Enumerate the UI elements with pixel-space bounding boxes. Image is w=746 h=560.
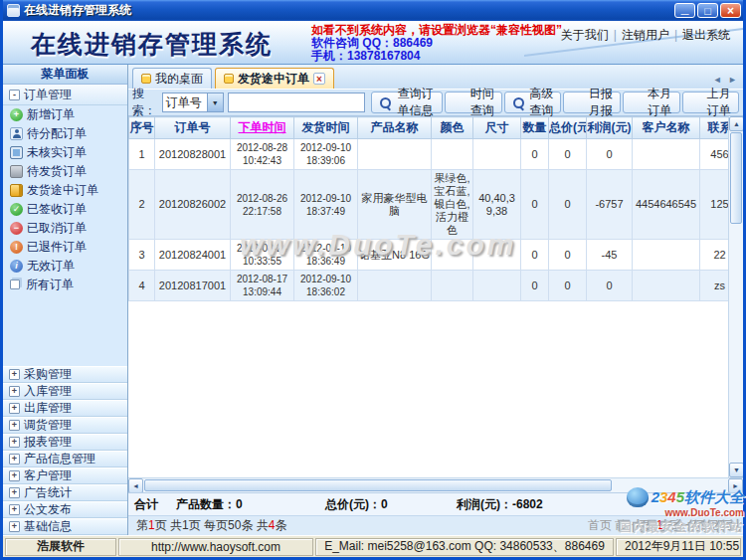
cell-order_time: 2012-08-2810:42:43 bbox=[231, 139, 294, 170]
top-link-2[interactable]: 退出系统 bbox=[682, 28, 730, 42]
vertical-scroll-track[interactable] bbox=[729, 131, 743, 463]
vertical-scrollbar[interactable]: ▲ ▼ bbox=[728, 116, 743, 477]
column-header-总价(元)[interactable]: 总价(元) bbox=[549, 117, 587, 139]
column-header-序号[interactable]: 序号 bbox=[129, 117, 155, 139]
horizontal-scroll-track[interactable] bbox=[143, 478, 728, 492]
pagination-right[interactable]: 首页 前一页 1 后一页 尾页 bbox=[586, 517, 731, 534]
page-title: 在线进销存管理系统 bbox=[31, 28, 273, 61]
scroll-left-icon[interactable]: ◄ bbox=[128, 478, 143, 493]
scroll-down-icon[interactable]: ▼ bbox=[729, 463, 743, 477]
column-header-尺寸[interactable]: 尺寸 bbox=[473, 117, 521, 139]
button-时间查询[interactable]: 时间查询 bbox=[445, 92, 502, 113]
status-vendor: 浩展软件 bbox=[5, 538, 116, 556]
cell-order_no[interactable]: 20120828001 bbox=[155, 139, 231, 170]
sidebar-section-采购管理[interactable]: 采购管理 bbox=[3, 366, 127, 383]
sidebar-section-客户管理[interactable]: 客户管理 bbox=[3, 467, 127, 484]
sidebar-item-未核实订单[interactable]: 未核实订单 bbox=[3, 143, 127, 162]
top-link-1[interactable]: 注销用户 bbox=[622, 28, 669, 42]
close-button[interactable] bbox=[720, 3, 741, 18]
column-header-下单时间[interactable]: 下单时间 bbox=[231, 117, 294, 139]
sidebar-item-无效订单[interactable]: 无效订单 bbox=[3, 257, 127, 276]
column-header-产品名称[interactable]: 产品名称 bbox=[358, 117, 432, 139]
column-header-利润(元)[interactable]: 利润(元) bbox=[587, 117, 633, 139]
column-header-客户名称[interactable]: 客户名称 bbox=[633, 117, 700, 139]
button-高级查询[interactable]: 高级查询 bbox=[504, 92, 562, 113]
tab-bar-tabs: 我的桌面发货途中订单× bbox=[132, 68, 334, 89]
top-links-divider: | bbox=[614, 28, 617, 42]
sidebar-section-出库管理[interactable]: 出库管理 bbox=[3, 400, 127, 417]
button-上月订单[interactable]: 上月订单 bbox=[682, 92, 740, 113]
grid-wrap: 序号订单号下单时间发货时间产品名称颜色尺寸数量总价(元)利润(元)客户名称联系 … bbox=[128, 116, 743, 535]
tab-发货途中订单[interactable]: 发货途中订单× bbox=[215, 68, 334, 89]
cell-customer bbox=[633, 271, 700, 301]
search-type-select[interactable]: 订单号 bbox=[162, 93, 224, 112]
cell-order_time: 2012-08-1713:09:44 bbox=[231, 271, 294, 301]
summary-items: 产品数量：0总价(元)：0利润(元)：-6802 bbox=[176, 496, 743, 513]
chevron-down-icon bbox=[207, 93, 223, 111]
sidebar-section-调货管理[interactable]: 调货管理 bbox=[3, 417, 127, 434]
sidebar-item-已取消订单[interactable]: 已取消订单 bbox=[3, 219, 127, 238]
scroll-right-icon[interactable]: ► bbox=[728, 478, 743, 493]
summary-item-1: 总价(元)：0 bbox=[325, 496, 457, 513]
scroll-up-icon[interactable]: ▲ bbox=[729, 116, 743, 131]
return-icon bbox=[10, 241, 23, 254]
horizontal-scroll-thumb[interactable] bbox=[144, 479, 612, 491]
sidebar-section-广告统计[interactable]: 广告统计 bbox=[3, 484, 127, 501]
sidebar-item-所有订单[interactable]: 所有订单 bbox=[3, 276, 127, 294]
close-tab-icon[interactable]: × bbox=[313, 73, 325, 85]
sidebar-item-待发货订单[interactable]: 待发货订单 bbox=[3, 162, 127, 181]
cell-no: 4 bbox=[129, 271, 155, 301]
sidebar-section-报表管理[interactable]: 报表管理 bbox=[3, 434, 127, 451]
top-link-0[interactable]: 关于我们 bbox=[561, 28, 609, 42]
sidebar-item-待分配订单[interactable]: 待分配订单 bbox=[3, 124, 127, 143]
expand-icon bbox=[9, 369, 20, 380]
horizontal-scrollbar[interactable]: ◄ ► bbox=[128, 477, 743, 492]
cell-contact: 22 bbox=[700, 240, 729, 271]
grid-header-row: 序号订单号下单时间发货时间产品名称颜色尺寸数量总价(元)利润(元)客户名称联系 bbox=[129, 117, 729, 139]
cell-profit: -45 bbox=[587, 240, 633, 271]
button-查询订单信息[interactable]: 查询订单信息 bbox=[371, 92, 444, 113]
cell-size bbox=[473, 271, 521, 301]
sidebar-section-label: 产品信息管理 bbox=[24, 451, 95, 467]
column-header-颜色[interactable]: 颜色 bbox=[432, 117, 473, 139]
toolbar-buttons: 查询订单信息时间查询高级查询日报月报本月订单上月订单 bbox=[369, 92, 739, 113]
table-box: 序号订单号下单时间发货时间产品名称颜色尺寸数量总价(元)利润(元)客户名称联系 … bbox=[128, 116, 728, 477]
sidebar-item-label: 待发货订单 bbox=[27, 163, 87, 180]
cell-order_no[interactable]: 20120824001 bbox=[155, 240, 231, 271]
column-header-数量[interactable]: 数量 bbox=[521, 117, 549, 139]
page-text: 第 bbox=[136, 518, 148, 532]
button-日报月报[interactable]: 日报月报 bbox=[563, 92, 621, 113]
status-datetime: 2012年9月11日 10:55:15 bbox=[616, 538, 741, 556]
sidebar-item-新增订单[interactable]: 新增订单 bbox=[3, 105, 127, 124]
search-icon bbox=[379, 96, 392, 109]
cell-order_no[interactable]: 20120817001 bbox=[155, 271, 231, 301]
sidebar-section-label: 入库管理 bbox=[24, 383, 72, 400]
column-header-发货时间[interactable]: 发货时间 bbox=[294, 117, 358, 139]
add-icon bbox=[10, 108, 23, 121]
sidebar-section-公文发布[interactable]: 公文发布 bbox=[3, 501, 127, 518]
sidebar-item-已签收订单[interactable]: 已签收订单 bbox=[3, 200, 127, 219]
sidebar-item-label: 已签收订单 bbox=[27, 201, 87, 218]
sidebar-section-基础信息[interactable]: 基础信息 bbox=[3, 518, 127, 535]
sidebar-section-产品信息管理[interactable]: 产品信息管理 bbox=[3, 451, 127, 467]
button-label: 查询订单信息 bbox=[396, 86, 436, 119]
maximize-button[interactable] bbox=[697, 3, 718, 18]
column-header-订单号[interactable]: 订单号 bbox=[155, 117, 231, 139]
sidebar-item-发货途中订单[interactable]: 发货途中订单 bbox=[3, 181, 127, 200]
button-label: 上月订单 bbox=[707, 86, 732, 119]
vertical-scroll-thumb[interactable] bbox=[730, 132, 742, 224]
expand-icon bbox=[9, 420, 20, 431]
column-header-联系[interactable]: 联系 bbox=[700, 117, 729, 139]
sidebar-section-入库管理[interactable]: 入库管理 bbox=[3, 383, 127, 400]
button-本月订单[interactable]: 本月订单 bbox=[623, 92, 680, 113]
sidebar-section-order-management[interactable]: 订单管理 bbox=[3, 85, 127, 105]
cancel-icon bbox=[10, 222, 23, 235]
page-text: 1 bbox=[148, 518, 155, 532]
cell-contact: 456 bbox=[700, 139, 729, 170]
minimize-button[interactable] bbox=[674, 3, 695, 18]
cell-order_no[interactable]: 20120826002 bbox=[155, 170, 231, 240]
sidebar-item-已退件订单[interactable]: 已退件订单 bbox=[3, 238, 127, 257]
search-input[interactable] bbox=[228, 93, 365, 112]
grid-body: 1201208280012012-08-2810:42:432012-09-10… bbox=[129, 139, 729, 301]
cell-color bbox=[432, 240, 473, 271]
